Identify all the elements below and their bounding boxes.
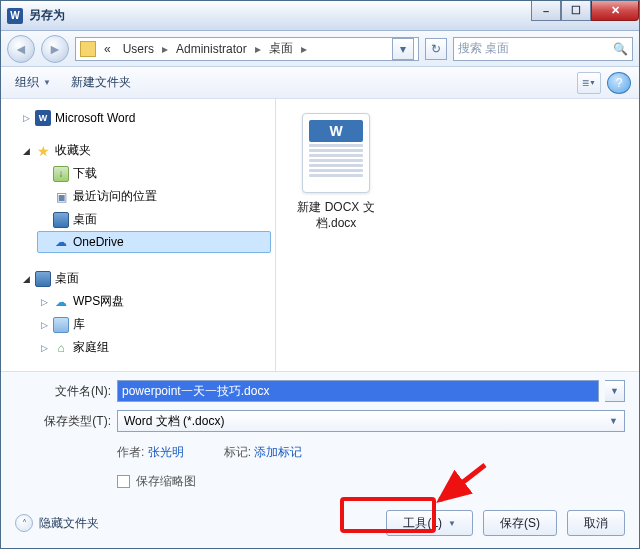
refresh-button[interactable]: ↻ [425,38,447,60]
view-button[interactable]: ≡▼ [577,72,601,94]
chevron-down-icon: ▼ [609,416,618,426]
author-value[interactable]: 张光明 [148,445,184,459]
sidebar-item-onedrive[interactable]: ☁OneDrive [37,231,271,253]
nav-forward-button[interactable]: ► [41,35,69,63]
tools-button[interactable]: 工具(L)▼ [386,510,473,536]
list-item[interactable]: W 新建 DOCX 文档.docx [286,113,386,231]
sidebar-item-downloads[interactable]: 下载 [37,162,271,185]
filename-dropdown[interactable]: ▼ [605,380,625,402]
window-title: 另存为 [29,7,65,24]
search-input[interactable]: 搜索 桌面 🔍 [453,37,633,61]
help-button[interactable]: ? [607,72,631,94]
save-button[interactable]: 保存(S) [483,510,557,536]
author-label: 作者: [117,445,144,459]
filetype-combo[interactable]: Word 文档 (*.docx)▼ [117,410,625,432]
sidebar-item-desktop-root[interactable]: ◢桌面 [19,267,271,290]
sidebar-item-recent[interactable]: ▣最近访问的位置 [37,185,271,208]
sidebar-item-libraries[interactable]: ▷库 [37,313,271,336]
tag-value[interactable]: 添加标记 [254,445,302,459]
app-icon: W [7,8,23,24]
search-icon: 🔍 [613,42,628,56]
sidebar-tree: ▷WMicrosoft Word ◢★收藏夹 下载 ▣最近访问的位置 桌面 ☁O… [1,99,276,371]
breadcrumb[interactable]: Users [119,40,158,58]
search-placeholder: 搜索 桌面 [458,40,509,57]
breadcrumb[interactable]: Administrator [172,40,251,58]
sidebar-item-wps[interactable]: ▷☁WPS网盘 [37,290,271,313]
filetype-label: 保存类型(T): [15,413,111,430]
hide-folders-button[interactable]: ˄ 隐藏文件夹 [15,514,99,532]
chevron-down-icon: ▼ [448,519,456,528]
thumbnail-checkbox[interactable] [117,475,130,488]
thumbnail-checkbox-label: 保存缩略图 [136,473,196,490]
chevron-up-icon: ˄ [15,514,33,532]
chevron-down-icon: ▼ [43,78,51,87]
file-list[interactable]: W 新建 DOCX 文档.docx [276,99,639,371]
nav-back-button[interactable]: ◄ [7,35,35,63]
tag-label: 标记: [224,445,251,459]
sidebar-item-homegroup[interactable]: ▷⌂家庭组 [37,336,271,359]
organize-button[interactable]: 组织▼ [9,71,57,94]
cancel-button[interactable]: 取消 [567,510,625,536]
new-folder-button[interactable]: 新建文件夹 [65,71,137,94]
maximize-button[interactable]: ☐ [561,1,591,21]
title-bar: W 另存为 – ☐ ✕ [1,1,639,31]
filename-input[interactable]: powerpoint一天一技巧.docx [117,380,599,402]
address-dropdown[interactable]: ▾ [392,38,414,60]
filename-label: 文件名(N): [15,383,111,400]
minimize-button[interactable]: – [531,1,561,21]
file-name: 新建 DOCX 文档.docx [286,199,386,231]
sidebar-item-word[interactable]: ▷WMicrosoft Word [19,107,271,129]
address-bar[interactable]: « Users▸ Administrator▸ 桌面▸ ▾ [75,37,419,61]
breadcrumb[interactable]: 桌面 [265,38,297,59]
sidebar-item-desktop[interactable]: 桌面 [37,208,271,231]
sidebar-item-favorites[interactable]: ◢★收藏夹 [19,139,271,162]
folder-icon [80,41,96,57]
file-thumbnail: W [302,113,370,193]
close-button[interactable]: ✕ [591,1,639,21]
